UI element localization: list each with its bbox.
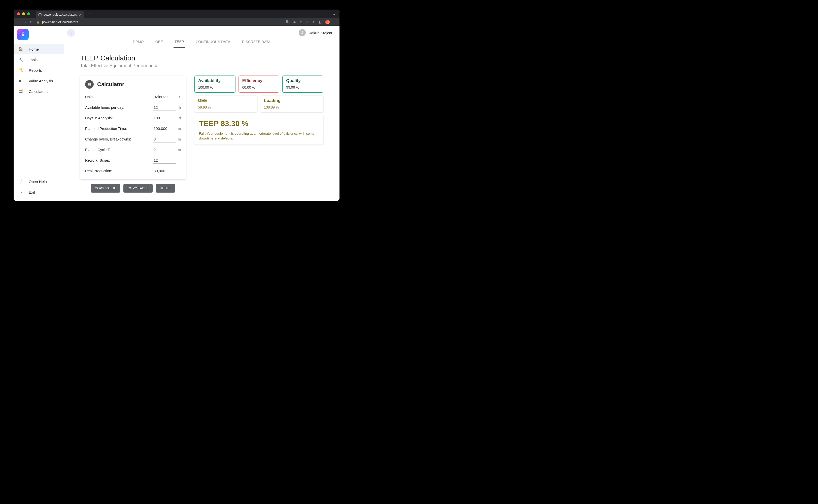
lock-icon: 🔒 [37, 20, 40, 24]
browser-toolbar: ← → ⟳ 🔒 power-belt.cz/calculators 🔍 ⊕ ⇪ … [14, 18, 339, 26]
sidebar-item-calculators[interactable]: 🧮 Calculators [14, 86, 64, 97]
metric-title: Loading [264, 98, 320, 103]
metric-value: 99.96 % [286, 85, 319, 89]
tab-oee[interactable]: OEE [154, 38, 164, 48]
rework-input[interactable] [153, 157, 176, 164]
sidebar: 6 🏠 Home 🔧 Tools 〽️ Reports ▶ Value Anal… [14, 26, 64, 201]
metric-title: Quality [286, 78, 319, 83]
sidebar-item-exit[interactable]: ⇥ Exit [14, 187, 64, 197]
teep-result-card: TEEP 83.30 % Fair: Your equipment is ope… [194, 115, 323, 145]
app-root: 6 🏠 Home 🔧 Tools 〽️ Reports ▶ Value Anal… [14, 26, 339, 201]
real-input[interactable] [153, 168, 176, 174]
tabs-dropdown-icon[interactable]: ⌄ [332, 12, 335, 16]
main-content: ‹ J Jakub Krejcar DPMO OEE TEEP CONTINUO… [64, 26, 339, 201]
metric-quality: Quality 99.96 % [282, 76, 323, 93]
window-close-button[interactable] [17, 12, 20, 15]
share-icon[interactable]: ⇪ [299, 20, 302, 24]
page-title: TEEP Calculation [80, 54, 323, 62]
metric-value: 59.98 % [198, 105, 254, 109]
sidebar-item-label: Open Help [29, 179, 47, 184]
table-icon: ▦ [85, 80, 94, 89]
browser-window: ◯ power-belt.cz/calculators ✕ + ⌄ ← → ⟳ … [14, 10, 339, 201]
breakdowns-unit: m [177, 137, 181, 141]
home-icon: 🏠 [18, 47, 23, 51]
days-input[interactable] [153, 115, 176, 121]
metric-efficiency: Efficiency 60.00 % [238, 76, 279, 93]
teep-value: TEEP 83.30 % [199, 119, 319, 128]
reset-button[interactable]: RESET [156, 184, 175, 193]
hours-unit: h [177, 105, 181, 110]
browser-tab-strip: ◯ power-belt.cz/calculators ✕ + ⌄ [14, 10, 339, 18]
metric-title: OEE [198, 98, 254, 103]
sidebar-item-help[interactable]: ❔ Open Help [14, 176, 64, 187]
tab-discrete-data[interactable]: DISCRETE DATA [241, 38, 272, 48]
days-label: Days in Analysis: [85, 116, 113, 120]
metric-loading: Loading 138.89 % [260, 96, 323, 112]
teep-description: Fair: Your equipment is operating at a m… [199, 131, 319, 141]
sidepanel-icon[interactable]: ◧ [318, 20, 321, 24]
sidebar-item-label: Home [29, 47, 39, 51]
sidebar-item-label: Tools [29, 58, 38, 62]
nav-forward-icon[interactable]: → [23, 20, 27, 24]
metric-availability: Availability 100.00 % [194, 76, 235, 93]
bookmark-icon[interactable]: ☆ [306, 20, 309, 24]
sidebar-item-value-analysis[interactable]: ▶ Value Analysis [14, 76, 64, 86]
copy-value-button[interactable]: COPY VALUE [91, 184, 120, 193]
address-bar[interactable]: 🔒 power-belt.cz/calculators [37, 20, 78, 24]
help-icon: ❔ [18, 179, 23, 184]
sidebar-item-label: Exit [29, 190, 35, 194]
search-icon[interactable]: 🔍 [285, 20, 290, 24]
user-info[interactable]: J Jakub Krejcar [299, 29, 332, 36]
metric-oee: OEE 59.98 % [194, 96, 257, 112]
ppt-input[interactable] [153, 125, 176, 132]
close-tab-icon[interactable]: ✕ [79, 13, 82, 17]
metric-value: 100.00 % [198, 85, 232, 89]
sidebar-item-tools[interactable]: 🔧 Tools [14, 54, 64, 65]
sidebar-item-label: Value Analysis [29, 79, 53, 83]
extensions-icon[interactable]: ✦ [312, 20, 315, 24]
tab-favicon: ◯ [38, 13, 42, 16]
days-unit: d [177, 116, 181, 120]
breakdowns-label: Change overs, Breakdowns: [85, 137, 131, 141]
browser-tab[interactable]: ◯ power-belt.cz/calculators ✕ [36, 11, 84, 18]
breakdowns-input[interactable] [153, 136, 176, 142]
sidebar-item-home[interactable]: 🏠 Home [14, 44, 64, 54]
sidebar-item-label: Reports [29, 68, 42, 73]
browser-menu-icon[interactable]: ⋮ [333, 20, 336, 24]
hours-label: Available hours per day: [85, 105, 124, 110]
copy-table-button[interactable]: COPY TABLE [123, 184, 153, 193]
user-name: Jakub Krejcar [309, 31, 332, 35]
nav-reload-icon[interactable]: ⟳ [30, 20, 33, 24]
calculator-title: Calculator [97, 81, 124, 88]
tabs-row: DPMO OEE TEEP CONTINUOUS DATA DISCRETE D… [80, 26, 323, 48]
cycle-label: Planed Cycle Time: [85, 148, 117, 152]
browser-profile-icon[interactable] [325, 20, 330, 24]
avatar: J [299, 29, 306, 36]
cycle-unit: m [177, 148, 181, 152]
chart-icon: 〽️ [18, 68, 23, 73]
nav-back-icon[interactable]: ← [17, 20, 20, 24]
app-logo[interactable]: 6 [17, 29, 29, 40]
ppt-unit: m [177, 127, 181, 131]
monitor-icon: ▶ [18, 79, 23, 83]
metric-title: Efficiency [242, 78, 276, 83]
wrench-icon: 🔧 [18, 57, 23, 62]
real-label: Real Production: [85, 169, 112, 173]
new-tab-button[interactable]: + [89, 11, 91, 17]
cycle-input[interactable] [153, 147, 176, 153]
tab-continuous-data[interactable]: CONTINUOUS DATA [195, 38, 231, 48]
window-maximize-button[interactable] [27, 12, 30, 15]
units-label: Units: [85, 95, 94, 99]
sidebar-item-label: Calculators [29, 89, 48, 94]
ppt-label: Planned Production Time: [85, 127, 127, 131]
units-select[interactable]: Minutes [155, 94, 181, 100]
metric-value: 138.89 % [264, 105, 320, 109]
back-button[interactable]: ‹ [67, 29, 75, 37]
zoom-icon[interactable]: ⊕ [293, 20, 296, 24]
window-minimize-button[interactable] [22, 12, 25, 15]
hours-input[interactable] [153, 104, 176, 111]
tab-dpmo[interactable]: DPMO [132, 38, 145, 48]
tab-teep[interactable]: TEEP [173, 38, 185, 48]
exit-icon: ⇥ [18, 190, 23, 194]
sidebar-item-reports[interactable]: 〽️ Reports [14, 65, 64, 76]
